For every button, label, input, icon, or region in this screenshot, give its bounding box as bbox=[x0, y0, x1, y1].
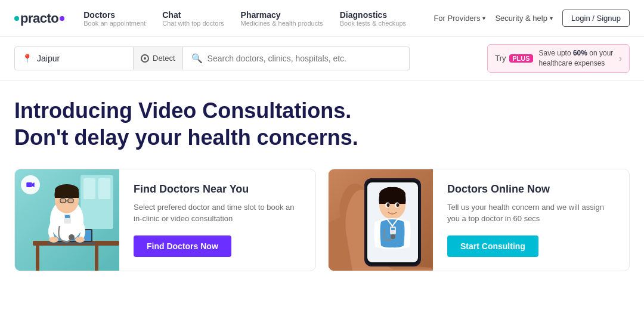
svg-point-24 bbox=[75, 237, 85, 243]
svg-marker-1 bbox=[32, 182, 35, 187]
plus-badge: PLUS bbox=[509, 54, 532, 63]
svg-rect-7 bbox=[36, 246, 39, 271]
start-consulting-button[interactable]: Start Consulting bbox=[447, 235, 538, 257]
svg-point-23 bbox=[49, 237, 58, 243]
svg-rect-39 bbox=[391, 228, 395, 230]
search-bar: 📍 Jaipur Detect 🔍 Try PLUS Save upto 60%… bbox=[0, 37, 644, 80]
plus-banner[interactable]: Try PLUS Save upto 60% on yourhealthcare… bbox=[487, 44, 630, 73]
find-doctors-desc: Select prefered doctor and time slot to … bbox=[134, 202, 295, 225]
find-doctors-card: Find Doctors Near You Select prefered do… bbox=[14, 169, 316, 271]
nav-item-pharmacy[interactable]: Pharmacy Medicines & health products bbox=[241, 10, 323, 27]
svg-point-35 bbox=[387, 203, 390, 207]
headline: Introducing Video Consultations. Don't d… bbox=[14, 97, 630, 151]
location-icon: 📍 bbox=[22, 54, 32, 63]
video-icon bbox=[21, 175, 40, 194]
doctors-online-image bbox=[329, 169, 433, 271]
search-icon: 🔍 bbox=[191, 53, 203, 64]
detect-circle-icon bbox=[141, 54, 149, 63]
for-providers-menu[interactable]: For Providers ▾ bbox=[434, 14, 485, 23]
cards-row: Find Doctors Near You Select prefered do… bbox=[14, 169, 630, 271]
main-nav: Doctors Book an appointment Chat Chat wi… bbox=[83, 10, 434, 27]
arrow-right-icon: › bbox=[619, 54, 622, 63]
doctors-online-content: Doctors Online Now Tell us your health c… bbox=[433, 171, 629, 269]
nav-item-chat[interactable]: Chat Chat with top doctors bbox=[162, 10, 224, 27]
nav-item-diagnostics[interactable]: Diagnostics Book tests & checkups bbox=[340, 10, 406, 27]
header: practo Doctors Book an appointment Chat … bbox=[0, 0, 644, 37]
doctors-online-card: Doctors Online Now Tell us your health c… bbox=[328, 169, 630, 271]
find-doctors-content: Find Doctors Near You Select prefered do… bbox=[119, 171, 315, 269]
search-input-wrap: 🔍 bbox=[183, 46, 410, 70]
security-help-menu[interactable]: Security & help ▾ bbox=[495, 14, 552, 23]
svg-point-36 bbox=[397, 203, 400, 207]
search-input[interactable] bbox=[208, 54, 401, 63]
find-doctors-title: Find Doctors Near You bbox=[134, 183, 301, 196]
save-text: Save upto 60% on yourhealthcare expenses bbox=[539, 48, 614, 69]
location-value: Jaipur bbox=[37, 54, 126, 63]
login-signup-button[interactable]: Login / Signup bbox=[562, 10, 630, 27]
svg-rect-22 bbox=[65, 215, 70, 218]
svg-rect-38 bbox=[390, 227, 396, 234]
main-content: Introducing Video Consultations. Don't d… bbox=[0, 80, 644, 283]
svg-rect-0 bbox=[26, 182, 32, 187]
logo-dot-left bbox=[14, 16, 19, 21]
nav-item-doctors[interactable]: Doctors Book an appointment bbox=[83, 10, 145, 27]
logo[interactable]: practo bbox=[14, 11, 64, 26]
svg-rect-4 bbox=[83, 178, 95, 199]
doctors-online-title: Doctors Online Now bbox=[447, 183, 615, 196]
doctors-online-desc: Tell us your health concern and we will … bbox=[447, 202, 608, 225]
security-chevron-icon: ▾ bbox=[550, 15, 553, 21]
header-right: For Providers ▾ Security & help ▾ Login … bbox=[434, 10, 630, 27]
find-doctors-image bbox=[15, 169, 119, 271]
detect-button[interactable]: Detect bbox=[134, 46, 183, 70]
try-label: Try PLUS bbox=[495, 54, 532, 63]
find-doctors-button[interactable]: Find Doctors Now bbox=[134, 235, 231, 257]
location-input-wrap: 📍 Jaipur bbox=[14, 46, 134, 70]
svg-point-37 bbox=[391, 234, 395, 239]
logo-dot-right bbox=[60, 16, 64, 21]
logo-text: practo bbox=[20, 11, 58, 26]
providers-chevron-icon: ▾ bbox=[482, 15, 485, 21]
svg-point-13 bbox=[69, 234, 75, 240]
svg-rect-8 bbox=[95, 246, 98, 271]
svg-rect-5 bbox=[98, 178, 110, 199]
